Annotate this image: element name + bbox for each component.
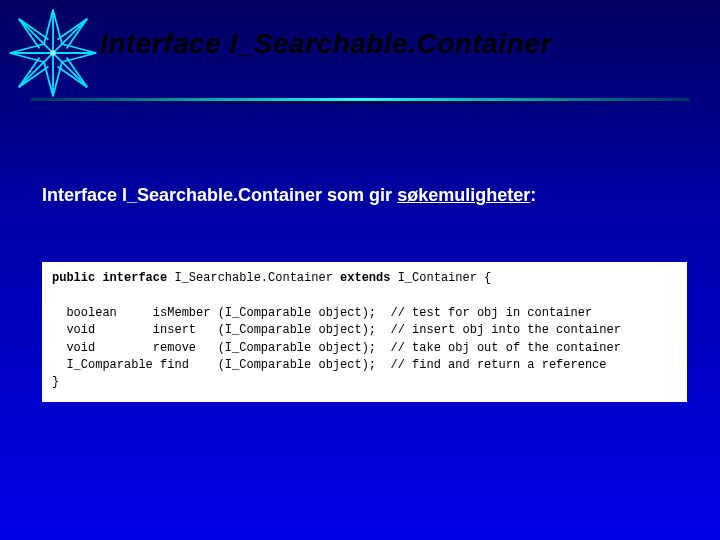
- svg-line-3: [19, 19, 87, 87]
- title-divider: [30, 98, 690, 104]
- svg-line-9: [10, 53, 44, 62]
- svg-line-6: [44, 62, 53, 96]
- svg-line-18: [67, 58, 88, 88]
- code-keyword-public-interface: public interface: [52, 271, 167, 285]
- slide-subtitle: Interface I_Searchable.Container som gir…: [42, 185, 536, 206]
- code-row-ret: boolean: [66, 306, 152, 320]
- code-row-comment: // test for obj in container: [390, 306, 592, 320]
- code-parent: I_Container {: [390, 271, 491, 285]
- svg-line-5: [53, 10, 62, 44]
- subtitle-prefix: Interface I_Searchable.Container som gir: [42, 185, 397, 205]
- code-close-brace: }: [52, 375, 59, 389]
- svg-line-16: [19, 58, 40, 88]
- code-block: public interface I_Searchable.Container …: [42, 262, 687, 402]
- code-row-comment: // insert obj into the container: [390, 323, 620, 337]
- subtitle-suffix: :: [530, 185, 536, 205]
- starburst-icon: [8, 8, 98, 98]
- svg-line-10: [62, 44, 96, 53]
- code-interface-name: I_Searchable.Container: [167, 271, 340, 285]
- svg-line-4: [44, 10, 53, 44]
- code-row-args: (I_Comparable object);: [218, 358, 391, 372]
- code-row-name: insert: [153, 323, 218, 337]
- code-row-name: isMember: [153, 306, 218, 320]
- svg-line-11: [62, 53, 96, 62]
- slide-title: Interface I_Searchable.Container: [100, 28, 552, 60]
- code-row-ret: I_Comparable: [66, 358, 152, 372]
- code-row-comment: // take obj out of the container: [390, 341, 620, 355]
- svg-line-17: [19, 67, 49, 88]
- svg-line-2: [19, 19, 87, 87]
- svg-line-19: [58, 67, 88, 88]
- svg-line-7: [53, 62, 62, 96]
- code-row-comment: // find and return a reference: [390, 358, 606, 372]
- code-row-name: remove: [153, 341, 218, 355]
- code-row-ret: void: [66, 323, 152, 337]
- svg-line-15: [67, 19, 88, 49]
- subtitle-underlined: søkemuligheter: [397, 185, 530, 205]
- svg-line-12: [19, 19, 49, 40]
- code-row-ret: void: [66, 341, 152, 355]
- slide: Interface I_Searchable.Container Interfa…: [0, 0, 720, 540]
- svg-line-8: [10, 44, 44, 53]
- code-keyword-extends: extends: [340, 271, 390, 285]
- svg-line-13: [19, 19, 40, 49]
- code-row-args: (I_Comparable object);: [218, 341, 391, 355]
- svg-line-14: [58, 19, 88, 40]
- code-row-args: (I_Comparable object);: [218, 306, 391, 320]
- code-row-name: find: [153, 358, 218, 372]
- svg-point-20: [50, 50, 55, 55]
- code-row-args: (I_Comparable object);: [218, 323, 391, 337]
